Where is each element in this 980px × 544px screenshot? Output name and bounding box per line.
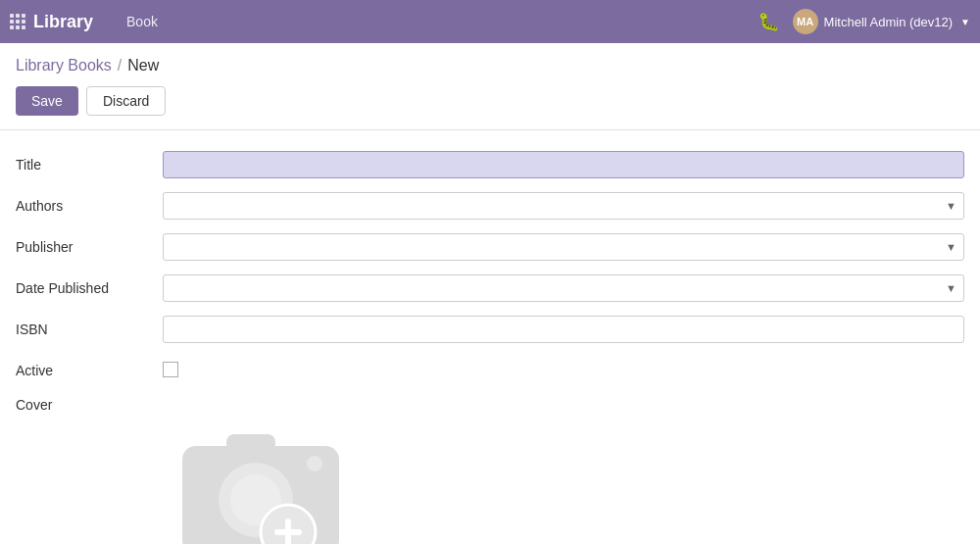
active-checkbox[interactable] <box>163 362 178 377</box>
camera-add-icon <box>172 407 349 544</box>
svg-rect-3 <box>226 434 275 452</box>
active-field <box>163 362 964 380</box>
bug-icon[interactable]: 🐛 <box>758 11 779 32</box>
form-row-authors: Authors ▼ <box>16 191 964 221</box>
authors-label: Authors <box>16 198 163 214</box>
authors-select[interactable] <box>163 192 964 220</box>
user-label: Mitchell Admin (dev12) <box>824 15 954 29</box>
breadcrumb-current: New <box>127 57 159 74</box>
publisher-label: Publisher <box>16 239 163 255</box>
isbn-label: ISBN <box>16 321 163 337</box>
form-row-date-published: Date Published ▼ <box>16 273 964 303</box>
form-row-active: Active <box>16 356 964 385</box>
title-field <box>163 151 964 178</box>
grid-menu-icon[interactable] <box>10 15 24 28</box>
isbn-field <box>163 316 964 343</box>
cover-label: Cover <box>16 397 163 413</box>
topbar-menu-item-book[interactable]: Book <box>113 8 172 35</box>
date-published-label: Date Published <box>16 280 163 296</box>
form-row-isbn: ISBN <box>16 315 964 344</box>
form-row-publisher: Publisher ▼ <box>16 232 964 262</box>
svg-rect-7 <box>274 529 302 535</box>
breadcrumb-parent[interactable]: Library Books <box>16 57 112 74</box>
authors-field: ▼ <box>163 192 964 220</box>
breadcrumb: Library Books / New <box>0 43 980 80</box>
publisher-field: ▼ <box>163 233 964 261</box>
date-published-field: ▼ <box>163 274 964 302</box>
active-label: Active <box>16 363 163 378</box>
topbar: Library Book 🐛 MA Mitchell Admin (dev12)… <box>0 0 980 43</box>
date-published-select[interactable] <box>163 274 964 302</box>
action-bar: Save Discard <box>0 80 980 130</box>
save-button[interactable]: Save <box>16 86 78 116</box>
breadcrumb-separator: / <box>118 57 122 74</box>
isbn-input[interactable] <box>163 316 964 343</box>
topbar-right: 🐛 MA Mitchell Admin (dev12) ▼ <box>758 9 970 34</box>
form-row-cover: Cover <box>16 397 964 544</box>
svg-point-4 <box>307 456 322 471</box>
cover-upload-button[interactable] <box>163 397 359 544</box>
user-menu[interactable]: MA Mitchell Admin (dev12) ▼ <box>793 9 970 34</box>
discard-button[interactable]: Discard <box>86 86 166 116</box>
topbar-menu: Book <box>113 8 172 35</box>
title-input[interactable] <box>163 151 964 178</box>
user-chevron-icon: ▼ <box>960 17 970 27</box>
form-area: Title Authors ▼ Publisher ▼ Date Publish… <box>0 130 980 544</box>
avatar: MA <box>793 9 818 34</box>
form-row-title: Title <box>16 150 964 179</box>
title-label: Title <box>16 157 163 173</box>
publisher-select[interactable] <box>163 233 964 261</box>
app-name: Library <box>33 12 93 32</box>
